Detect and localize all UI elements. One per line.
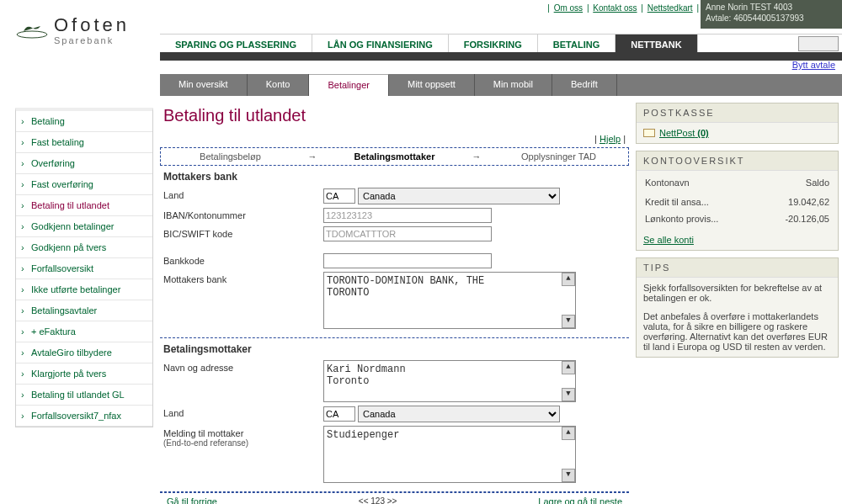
avtale-name: Anne Norin TEST 4003 <box>706 3 792 12</box>
land-label: Land <box>163 188 323 200</box>
land2-code-input[interactable] <box>323 406 355 422</box>
tips-p2: Det anbefales å overføre i mottakerlande… <box>643 311 831 352</box>
tab-betaling[interactable]: BETALING <box>538 34 616 52</box>
scroll-down-icon[interactable]: ▼ <box>562 469 575 482</box>
wizard-steps: Betalingsbeløp → Betalingsmottaker → Opp… <box>160 147 629 166</box>
arrow-icon: → <box>464 151 489 162</box>
page-title: Betaling til utlandet <box>163 106 629 125</box>
kontooversikt-panel: KONTOOVERSIKT Kontonavn Saldo Kredit til… <box>636 151 839 251</box>
menu-forfallsoversikt[interactable]: Forfallsoversikt <box>31 263 93 273</box>
menu-avtalegiro[interactable]: AvtaleGiro tilbydere <box>31 347 112 358</box>
tab-sparing[interactable]: SPARING OG PLASSERING <box>160 34 312 52</box>
subtab-mobil[interactable]: Min mobil <box>475 74 552 96</box>
postkasse-panel: POSTKASSE NettPost (0) <box>636 103 839 144</box>
kontakt-oss-link[interactable]: Kontakt oss <box>593 3 637 13</box>
menu-betaling-utlandet-gl[interactable]: Betaling til utlandet GL <box>31 390 125 400</box>
postkasse-title: POSTKASSE <box>637 103 838 123</box>
menu-fast-overforing[interactable]: Fast overføring <box>31 179 93 189</box>
scroll-up-icon[interactable]: ▲ <box>562 273 575 286</box>
avtale-box: Anne Norin TEST 4003 Avtale: 46054400513… <box>701 0 842 29</box>
nettstedkart-link[interactable]: Nettstedkart <box>647 3 693 13</box>
kontooversikt-title: KONTOOVERSIKT <box>637 151 838 171</box>
mottakersbank-label: Mottakers bank <box>163 272 323 284</box>
land2-label: Land <box>163 406 323 418</box>
top-links: | Om oss | Kontakt oss | Nettstedkart | <box>547 3 699 13</box>
land2-select[interactable]: Canada <box>358 406 560 422</box>
avtale-label: Avtale: <box>706 13 731 23</box>
menu-overforing[interactable]: Overføring <box>31 158 75 168</box>
menu-betaling[interactable]: Betaling <box>31 116 65 126</box>
wizard-step-2: Betalingsmottaker <box>325 151 464 162</box>
table-row: Kredit til ansa... 19.042,62 <box>645 194 829 210</box>
left-menu: Betaling Fast betaling Overføring Fast o… <box>15 108 153 427</box>
tips-p1: Sjekk forfallsoversikten for bekreftelse… <box>643 283 831 303</box>
tips-panel: TIPS Sjekk forfallsoversikten for bekref… <box>636 257 839 358</box>
tab-laan[interactable]: LÅN OG FINANSIERING <box>312 34 449 52</box>
wizard-step-3: Opplysninger TAD <box>489 151 628 162</box>
melding-sublabel: (End-to-end referanse) <box>163 438 323 448</box>
menu-betaling-utlandet[interactable]: Betaling til utlandet <box>31 200 109 210</box>
konto-col-name: Kontonavn <box>645 178 759 193</box>
land-code-input[interactable] <box>323 188 355 204</box>
mottakersbank-textarea[interactable]: TORONTO-DOMINION BANK, THE TORONTO ▲ ▼ <box>323 272 576 329</box>
bankkode-label: Bankkode <box>163 253 323 266</box>
land-select[interactable]: Canada <box>358 188 560 204</box>
bic-input[interactable] <box>323 226 492 241</box>
menu-fast-betaling[interactable]: Fast betaling <box>31 137 84 147</box>
subtab-bedrift[interactable]: Bedrift <box>552 74 617 96</box>
logo-icon <box>15 21 49 40</box>
subtab-konto[interactable]: Konto <box>248 74 310 96</box>
scroll-down-icon[interactable]: ▼ <box>562 388 575 401</box>
iban-label: IBAN/Kontonummer <box>163 208 323 220</box>
subtab-betalinger[interactable]: Betalinger <box>309 74 389 96</box>
scroll-down-icon[interactable]: ▼ <box>562 315 575 328</box>
tab-forsikring[interactable]: FORSIKRING <box>449 34 538 52</box>
konto-col-saldo: Saldo <box>760 178 829 193</box>
wizard-step-1: Betalingsbeløp <box>161 151 300 162</box>
logo-main-text: Ofoten <box>54 15 130 35</box>
menu-efaktura[interactable]: + eFaktura <box>31 326 76 337</box>
navn-textarea[interactable]: Kari Nordmann Toronto ▲ ▼ <box>323 360 576 402</box>
section-title-mottaker: Betalingsmottaker <box>160 340 629 358</box>
menu-godkjenn-betalinger[interactable]: Godkjenn betalinger <box>31 221 114 231</box>
bic-label: BIC/SWIFT kode <box>163 226 323 239</box>
bank-logo: Ofoten Sparebank <box>15 15 130 45</box>
logout-button[interactable] <box>798 36 839 51</box>
main-tab-bar: SPARING OG PLASSERING LÅN OG FINANSIERIN… <box>160 34 842 61</box>
forrige-link[interactable]: Gå til forrige <box>167 496 217 504</box>
svg-point-0 <box>17 31 47 38</box>
tab-nettbank[interactable]: NETTBANK <box>616 34 698 52</box>
tips-title: TIPS <box>637 258 838 278</box>
navn-label: Navn og adresse <box>163 360 323 373</box>
scroll-up-icon[interactable]: ▲ <box>562 427 575 440</box>
subtab-oppsett[interactable]: Mitt oppsett <box>389 74 475 96</box>
arrow-icon: → <box>300 151 325 162</box>
section-title-bank: Mottakers bank <box>160 167 629 186</box>
nettpost-link[interactable]: NettPost (0) <box>659 128 709 138</box>
table-row: Lønkonto provis... -20.126,05 <box>645 211 829 226</box>
menu-godkjenn-tvers[interactable]: Godkjenn på tvers <box>31 242 106 252</box>
melding-label: Melding til mottaker <box>163 428 243 438</box>
scroll-up-icon[interactable]: ▲ <box>562 361 575 374</box>
iban-input[interactable] <box>323 208 492 223</box>
menu-ikke-utforte[interactable]: Ikke utførte betalinger <box>31 284 120 294</box>
mail-icon <box>643 129 655 137</box>
menu-klargjorte[interactable]: Klargjorte på tvers <box>31 369 106 379</box>
sub-tab-bar: Min oversikt Konto Betalinger Mitt oppse… <box>160 74 842 96</box>
subtab-oversikt[interactable]: Min oversikt <box>160 74 248 96</box>
se-alle-konti-link[interactable]: Se alle konti <box>643 235 694 245</box>
avtale-number: 460544005137993 <box>733 13 803 23</box>
melding-textarea[interactable]: Studiepenger ▲ ▼ <box>323 426 576 483</box>
neste-link[interactable]: Lagre og gå til neste <box>538 496 622 504</box>
bytt-avtale-link[interactable]: Bytt avtale <box>792 60 835 70</box>
menu-betalingsavtaler[interactable]: Betalingsavtaler <box>31 305 97 316</box>
menu-forfall7[interactable]: Forfallsoversikt7_nfax <box>31 411 121 421</box>
om-oss-link[interactable]: Om oss <box>554 3 583 13</box>
bankkode-input[interactable] <box>323 253 492 268</box>
pager: << 123 >> <box>359 496 397 504</box>
hjelp-link[interactable]: Hjelp <box>600 134 621 144</box>
logo-sub-text: Sparebank <box>54 35 130 45</box>
